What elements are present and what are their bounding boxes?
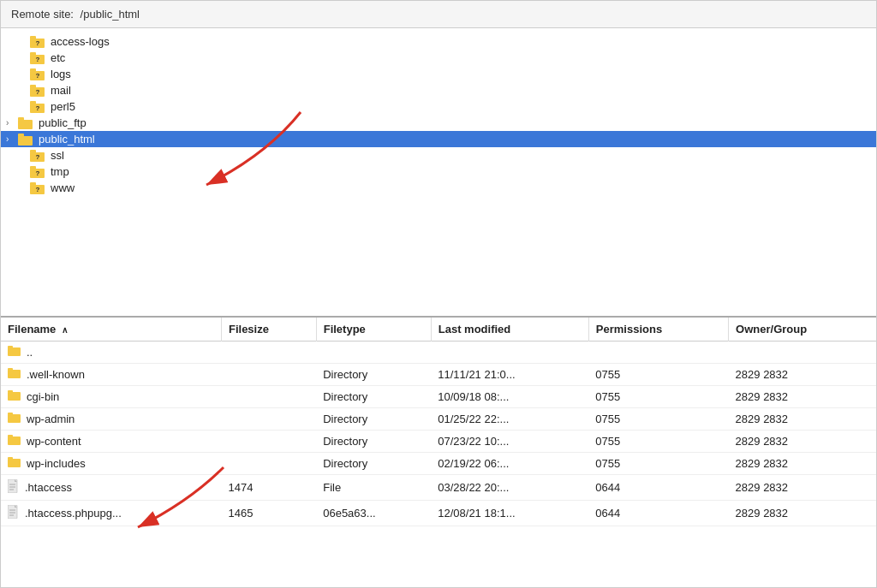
- col-last-modified[interactable]: Last modified: [431, 318, 588, 342]
- cell-filetype: 06e5a63...: [316, 501, 431, 526]
- remote-site-label: Remote site:: [11, 8, 74, 21]
- cell-permissions: 0644: [588, 501, 728, 526]
- col-filesize[interactable]: Filesize: [221, 318, 316, 342]
- col-permissions[interactable]: Permissions: [588, 318, 728, 342]
- chevron-icon: ›: [6, 134, 18, 144]
- tree-item-access-logs[interactable]: ? access-logs: [1, 33, 876, 50]
- cell-owner-group: 2829 2832: [729, 453, 876, 475]
- cell-filesize: 1474: [221, 475, 316, 501]
- cell-owner-group: 2829 2832: [729, 408, 876, 431]
- folder-icon: [8, 346, 21, 359]
- svg-rect-30: [8, 346, 13, 348]
- file-tree: ? access-logs ? etc ? logs ? mail: [1, 28, 876, 316]
- svg-text:?: ?: [36, 56, 40, 63]
- cell-permissions: 0755: [588, 453, 728, 475]
- cell-owner-group: 2829 2832: [729, 364, 876, 386]
- cell-last-modified: 02/19/22 06:...: [431, 453, 588, 475]
- col-filename[interactable]: Filename ∧: [1, 318, 221, 342]
- svg-rect-15: [18, 120, 33, 129]
- table-row[interactable]: .htaccess.phpupg... 1465 06e5a63... 12/0…: [1, 501, 876, 526]
- folder-question-icon: ?: [30, 182, 45, 194]
- tree-item-perl5[interactable]: ? perl5: [1, 98, 876, 115]
- col-owner-group[interactable]: Owner/Group: [729, 318, 876, 342]
- cell-permissions: 0755: [588, 364, 728, 386]
- cell-filetype: Directory: [316, 453, 431, 475]
- folder-question-icon: ?: [30, 166, 45, 178]
- folder-question-icon: ?: [30, 85, 45, 97]
- tree-item-label: tmp: [51, 165, 69, 178]
- tree-item-tmp[interactable]: ? tmp: [1, 163, 876, 180]
- tree-item-label: public_ftp: [39, 116, 87, 129]
- remote-site-path: /public_html: [81, 8, 140, 21]
- tree-item-label: logs: [51, 68, 71, 80]
- file-icon: [8, 479, 20, 496]
- tree-item-public_ftp[interactable]: › public_ftp: [1, 115, 876, 131]
- tree-item-mail[interactable]: ? mail: [1, 82, 876, 98]
- cell-filetype: [316, 342, 431, 364]
- folder-question-icon: ?: [30, 150, 45, 162]
- folder-question-icon: ?: [30, 36, 45, 48]
- cell-last-modified: 11/11/21 21:0...: [431, 364, 588, 386]
- folder-icon: [8, 413, 21, 425]
- cell-filesize: [221, 453, 316, 475]
- cell-last-modified: 12/08/21 18:1...: [431, 501, 588, 526]
- svg-text:?: ?: [36, 88, 40, 96]
- cell-filesize: [221, 342, 316, 364]
- tree-item-etc[interactable]: ? etc: [1, 50, 876, 66]
- table-row[interactable]: wp-includes Directory 02/19/22 06:... 07…: [1, 453, 876, 475]
- svg-rect-32: [8, 368, 13, 371]
- cell-last-modified: 10/09/18 08:...: [431, 386, 588, 408]
- cell-filesize: [221, 386, 316, 408]
- tree-item-ssl[interactable]: ? ssl: [1, 147, 876, 163]
- folder-icon: [8, 390, 21, 403]
- tree-item-label: access-logs: [51, 35, 110, 48]
- folder-icon: [18, 134, 33, 146]
- svg-text:?: ?: [36, 153, 40, 161]
- tree-item-logs[interactable]: ? logs: [1, 66, 876, 82]
- cell-filename: .well-known: [1, 364, 221, 386]
- cell-permissions: 0644: [588, 475, 728, 501]
- tree-item-label: ssl: [51, 149, 64, 162]
- tree-item-label: etc: [51, 51, 65, 64]
- cell-permissions: 0755: [588, 408, 728, 431]
- cell-filesize: [221, 364, 316, 386]
- cell-filename: cgi-bin: [1, 386, 221, 408]
- col-filetype[interactable]: Filetype: [316, 318, 431, 342]
- cell-filetype: Directory: [316, 386, 431, 408]
- cell-last-modified: 07/23/22 10:...: [431, 431, 588, 453]
- svg-rect-37: [8, 437, 21, 445]
- cell-last-modified: [431, 342, 588, 364]
- table-row[interactable]: wp-content Directory 07/23/22 10:... 075…: [1, 431, 876, 453]
- cell-filesize: [221, 431, 316, 453]
- cell-filetype: Directory: [316, 431, 431, 453]
- table-row[interactable]: cgi-bin Directory 10/09/18 08:... 0755 2…: [1, 386, 876, 408]
- folder-question-icon: ?: [30, 52, 45, 64]
- cell-filetype: File: [316, 475, 431, 501]
- remote-site-header: Remote site: /public_html: [1, 1, 876, 28]
- svg-rect-33: [8, 392, 21, 401]
- cell-filename: wp-includes: [1, 453, 221, 475]
- table-row[interactable]: .htaccess 1474 File 03/28/22 20:... 0644…: [1, 475, 876, 501]
- svg-rect-16: [18, 117, 24, 121]
- file-table: Filename ∧ Filesize Filetype Last modifi…: [1, 318, 876, 526]
- cell-filename: .htaccess: [1, 475, 221, 501]
- svg-rect-40: [8, 457, 13, 460]
- table-header-row: Filename ∧ Filesize Filetype Last modifi…: [1, 318, 876, 342]
- cell-owner-group: 2829 2832: [729, 431, 876, 453]
- svg-rect-39: [8, 459, 21, 467]
- svg-text:?: ?: [36, 186, 40, 193]
- svg-rect-38: [8, 435, 13, 437]
- folder-icon: [8, 368, 21, 381]
- table-row[interactable]: .well-known Directory 11/11/21 21:0... 0…: [1, 364, 876, 386]
- svg-text:?: ?: [36, 169, 40, 177]
- table-row[interactable]: ..: [1, 342, 876, 364]
- tree-item-public_html[interactable]: › public_html: [1, 131, 876, 147]
- chevron-icon: ›: [6, 118, 18, 128]
- tree-item-label: public_html: [39, 133, 95, 146]
- cell-owner-group: 2829 2832: [729, 475, 876, 501]
- tree-item-www[interactable]: ? www: [1, 180, 876, 196]
- cell-filetype: Directory: [316, 364, 431, 386]
- svg-rect-29: [8, 347, 21, 356]
- table-row[interactable]: wp-admin Directory 01/25/22 22:... 0755 …: [1, 408, 876, 431]
- folder-icon: [8, 457, 21, 470]
